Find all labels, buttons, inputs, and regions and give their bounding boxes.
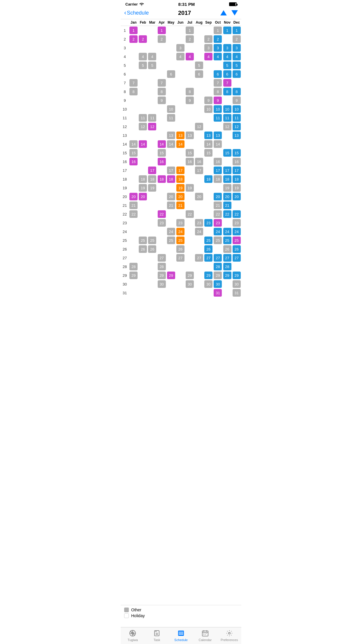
day-box-jun-26[interactable]: 26 (176, 245, 184, 253)
day-box-nov-11[interactable]: 11 (223, 114, 231, 122)
day-box-sep-26[interactable]: 26 (204, 245, 212, 253)
day-box-dec-12[interactable]: 12 (233, 123, 241, 130)
day-box-sep-14[interactable]: 14 (204, 140, 212, 148)
day-box-nov-12[interactable]: 12 (223, 123, 231, 130)
day-box-nov-8[interactable]: 8 (223, 88, 231, 95)
day-box-jun-27[interactable]: 27 (176, 254, 184, 262)
day-box-oct-8[interactable]: 8 (214, 88, 222, 95)
day-box-may-14[interactable]: 14 (167, 140, 175, 148)
day-box-dec-19[interactable]: 19 (233, 184, 241, 192)
day-box-apr-2[interactable]: 2 (158, 35, 166, 43)
day-box-apr-7[interactable]: 7 (158, 79, 166, 87)
day-box-jul-30[interactable]: 30 (186, 280, 194, 288)
day-box-sep-13[interactable]: 13 (204, 132, 212, 139)
day-box-nov-21[interactable]: 21 (223, 202, 231, 209)
day-box-jun-20[interactable]: 20 (176, 193, 184, 200)
day-box-jan-8[interactable]: 8 (129, 88, 138, 95)
day-box-aug-12[interactable]: 12 (195, 123, 203, 130)
day-box-jan-1[interactable]: 1 (129, 27, 138, 34)
day-box-jun-23[interactable]: 23 (176, 219, 184, 227)
day-box-jul-4[interactable]: 4 (186, 53, 194, 60)
day-box-sep-29[interactable]: 29 (204, 272, 212, 279)
day-box-dec-20[interactable]: 20 (233, 193, 241, 200)
day-box-sep-30[interactable]: 30 (204, 280, 212, 288)
day-box-sep-27[interactable]: 27 (204, 254, 212, 262)
day-box-nov-22[interactable]: 22 (223, 210, 231, 218)
day-box-oct-22[interactable]: 22 (214, 210, 222, 218)
day-box-apr-9[interactable]: 9 (158, 97, 166, 104)
day-box-jun-21[interactable]: 21 (176, 202, 184, 209)
day-box-jun-14[interactable]: 14 (176, 140, 184, 148)
day-box-may-6[interactable]: 6 (167, 70, 175, 78)
day-box-jul-1[interactable]: 1 (186, 27, 194, 34)
day-box-jul-16[interactable]: 16 (186, 158, 194, 165)
day-box-oct-10[interactable]: 10 (214, 105, 222, 113)
day-box-jul-22[interactable]: 22 (186, 210, 194, 218)
day-box-sep-4[interactable]: 4 (204, 53, 212, 60)
day-box-jul-9[interactable]: 9 (186, 97, 194, 104)
year-up-button[interactable] (220, 10, 227, 15)
day-box-nov-1[interactable]: 1 (223, 27, 231, 34)
day-box-apr-14[interactable]: 14 (158, 140, 166, 148)
day-box-oct-11[interactable]: 11 (214, 114, 222, 122)
day-box-oct-4[interactable]: 4 (214, 53, 222, 60)
day-box-oct-1[interactable]: 1 (214, 27, 222, 34)
day-box-jul-13[interactable]: 13 (186, 132, 194, 139)
day-box-jun-19[interactable]: 19 (176, 184, 184, 192)
day-box-mar-11[interactable]: 11 (148, 114, 156, 122)
day-box-dec-22[interactable]: 22 (233, 210, 241, 218)
day-box-feb-4[interactable]: 4 (139, 53, 147, 60)
day-box-dec-17[interactable]: 17 (233, 167, 241, 174)
day-box-may-20[interactable]: 20 (167, 193, 175, 200)
day-box-jan-21[interactable]: 21 (129, 202, 138, 209)
day-box-jul-2[interactable]: 2 (186, 35, 194, 43)
day-box-mar-18[interactable]: 18 (148, 175, 156, 183)
day-box-oct-6[interactable]: 6 (214, 70, 222, 78)
day-box-dec-16[interactable]: 16 (233, 158, 241, 165)
day-box-mar-12[interactable]: 12 (148, 123, 156, 130)
day-box-oct-20[interactable]: 20 (214, 193, 222, 200)
day-box-dec-23[interactable]: 23 (233, 219, 241, 227)
back-button[interactable]: ‹ Schedule (124, 9, 149, 17)
day-box-feb-14[interactable]: 14 (139, 140, 147, 148)
day-box-dec-9[interactable]: 9 (233, 97, 241, 104)
day-box-feb-19[interactable]: 19 (139, 184, 147, 192)
day-box-may-10[interactable]: 10 (167, 105, 175, 113)
day-box-feb-12[interactable]: 12 (139, 123, 147, 130)
day-box-feb-5[interactable]: 5 (139, 62, 147, 69)
day-box-dec-5[interactable]: 5 (233, 62, 241, 69)
day-box-may-18[interactable]: 18 (167, 175, 175, 183)
day-box-oct-25[interactable]: 25 (214, 237, 222, 244)
day-box-oct-30[interactable]: 30 (214, 280, 222, 288)
day-box-nov-4[interactable]: 4 (223, 53, 231, 60)
day-box-dec-4[interactable]: 4 (233, 53, 241, 60)
day-box-may-25[interactable]: 25 (167, 237, 175, 244)
day-box-jun-25[interactable]: 25 (176, 237, 184, 244)
day-box-dec-2[interactable]: 2 (233, 35, 241, 43)
day-box-dec-26[interactable]: 26 (233, 245, 241, 253)
day-box-jan-29[interactable]: 29 (129, 272, 138, 279)
day-box-nov-18[interactable]: 18 (223, 175, 231, 183)
day-box-oct-13[interactable]: 13 (214, 132, 222, 139)
day-box-may-11[interactable]: 11 (167, 114, 175, 122)
day-box-aug-23[interactable]: 23 (195, 219, 203, 227)
day-box-dec-30[interactable]: 30 (233, 280, 241, 288)
day-box-apr-23[interactable]: 23 (158, 219, 166, 227)
day-box-oct-14[interactable]: 14 (214, 140, 222, 148)
day-box-mar-25[interactable]: 25 (148, 237, 156, 244)
day-box-oct-7[interactable]: 7 (214, 79, 222, 87)
day-box-oct-3[interactable]: 3 (214, 44, 222, 52)
day-box-aug-27[interactable]: 27 (195, 254, 203, 262)
day-box-oct-18[interactable]: 18 (214, 175, 222, 183)
day-box-apr-15[interactable]: 15 (158, 149, 166, 157)
day-box-mar-17[interactable]: 17 (148, 167, 156, 174)
day-box-dec-10[interactable]: 10 (233, 105, 241, 113)
day-box-nov-10[interactable]: 10 (223, 105, 231, 113)
day-box-aug-20[interactable]: 20 (195, 193, 203, 200)
day-box-jan-2[interactable]: 2 (129, 35, 138, 43)
day-box-nov-27[interactable]: 27 (223, 254, 231, 262)
day-box-aug-24[interactable]: 24 (195, 228, 203, 235)
day-box-nov-3[interactable]: 3 (223, 44, 231, 52)
day-box-jun-4[interactable]: 4 (176, 53, 184, 60)
day-box-sep-3[interactable]: 3 (204, 44, 212, 52)
